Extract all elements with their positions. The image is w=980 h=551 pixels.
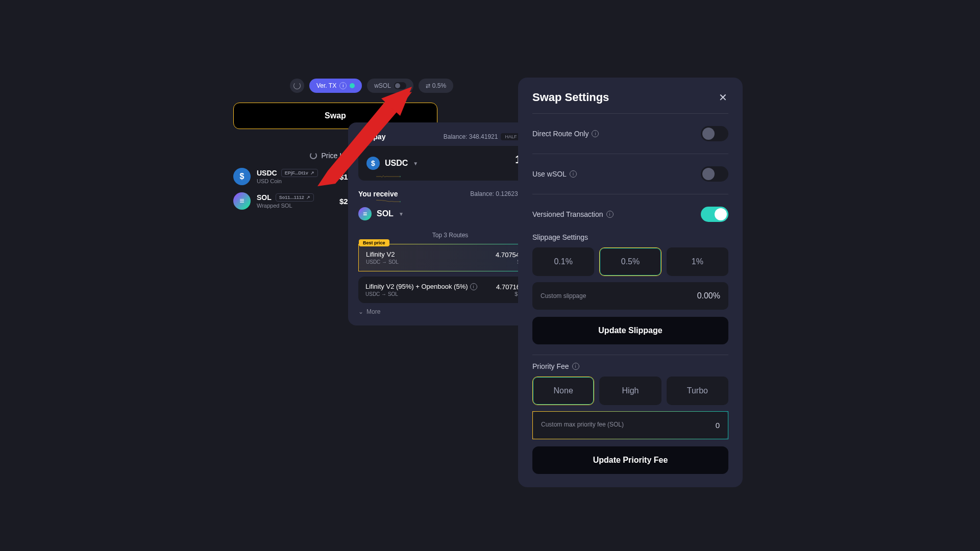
pay-token-symbol: USDC [385, 159, 408, 168]
loading-spinner-icon [310, 152, 317, 159]
priority-fee-turbo[interactable]: Turbo [667, 377, 728, 405]
price-token-symbol: USDC [257, 169, 277, 177]
info-icon: i [470, 283, 477, 290]
you-pay-label: You pay [358, 133, 385, 141]
custom-slippage-label: Custom slippage [541, 292, 586, 299]
close-button[interactable]: ✕ [717, 92, 728, 103]
pay-token-selector[interactable]: USDC ▼ [366, 157, 418, 170]
settings-title: Swap Settings [532, 91, 609, 104]
vertx-label: Ver. TX [316, 82, 336, 89]
route-path: USDC → SOL [365, 291, 477, 297]
price-token-symbol: SOL [257, 193, 272, 202]
update-slippage-button[interactable]: Update Slippage [532, 317, 728, 344]
chevron-down-icon: ▼ [413, 161, 418, 166]
slippage-pill-value: 0.5% [432, 82, 446, 89]
sparkline-chart [376, 193, 401, 209]
status-dot-icon [350, 83, 355, 88]
route-option-best[interactable]: Best price Lifinity V2 USDC → SOL 4.7075… [358, 244, 542, 271]
sol-icon [233, 192, 251, 210]
direct-route-toggle[interactable] [701, 126, 728, 141]
price-info-label: Price Info [321, 152, 351, 160]
sol-icon [358, 207, 372, 220]
routes-header: Top 3 Routes [358, 232, 542, 239]
versioned-tx-toggle[interactable] [701, 207, 728, 222]
custom-priority-fee-input[interactable]: Custom max priority fee (SOL) 0 [532, 411, 728, 439]
slippage-option-1[interactable]: 1% [667, 247, 728, 276]
versioned-tx-pill[interactable]: Ver. TX i [309, 79, 362, 93]
info-icon: i [592, 130, 599, 137]
wsol-pill[interactable]: wSOL [367, 79, 413, 93]
more-routes-toggle[interactable]: More [358, 308, 542, 315]
priority-fee-header: Priority Fee [532, 362, 569, 370]
route-option[interactable]: Lifinity V2 (95%) + Openbook (5%) i USDC… [358, 277, 542, 303]
usdc-icon [233, 168, 251, 185]
priority-fee-high[interactable]: High [599, 377, 661, 405]
route-path: USDC → SOL [366, 259, 399, 265]
slippage-settings-header: Slippage Settings [532, 233, 728, 241]
custom-slippage-value: 0.00% [697, 291, 720, 300]
swap-settings-panel: Swap Settings ✕ Direct Route Onlyi Use w… [518, 78, 743, 487]
pay-balance: Balance: 348.41921 [444, 133, 498, 140]
use-wsol-label: Use wSOL [532, 170, 567, 178]
wsol-toggle[interactable] [701, 166, 728, 182]
slippage-pill[interactable]: 0.5% [419, 79, 453, 93]
token-full-name: Wrapped SOL [257, 203, 333, 209]
sparkline-chart [376, 169, 401, 184]
receive-token-symbol: SOL [377, 209, 394, 218]
slippage-option-0.5[interactable]: 0.5% [599, 247, 661, 276]
best-price-tag: Best price [359, 239, 389, 246]
usdc-icon [366, 157, 380, 170]
update-priority-fee-button[interactable]: Update Priority Fee [532, 446, 728, 474]
token-address-badge[interactable]: EPjF...Dt1v ↗ [281, 169, 318, 177]
route-name: Lifinity V2 (95%) + Openbook (5%) i [365, 283, 477, 290]
token-full-name: USD Coin [257, 178, 333, 184]
slippage-option-0.1[interactable]: 0.1% [532, 247, 594, 276]
custom-fee-value: 0 [716, 421, 720, 430]
info-icon: i [339, 82, 347, 89]
info-icon: i [606, 211, 614, 218]
receive-token-selector[interactable]: SOL ▼ [358, 207, 404, 220]
refresh-button[interactable] [290, 79, 304, 93]
versioned-tx-label: Versioned Transaction [532, 210, 603, 218]
custom-fee-label: Custom max priority fee (SOL) [541, 421, 624, 430]
token-address-badge[interactable]: So11...1112 ↗ [276, 193, 314, 202]
route-name: Lifinity V2 [366, 251, 399, 258]
wsol-label: wSOL [374, 82, 391, 89]
direct-route-label: Direct Route Only [532, 130, 589, 138]
info-icon: i [570, 170, 577, 178]
wsol-mini-toggle [394, 82, 406, 89]
info-icon: i [572, 363, 579, 370]
custom-slippage-input[interactable]: Custom slippage 0.00% [532, 282, 728, 310]
chevron-down-icon: ▼ [399, 211, 404, 217]
priority-fee-none[interactable]: None [532, 377, 594, 405]
